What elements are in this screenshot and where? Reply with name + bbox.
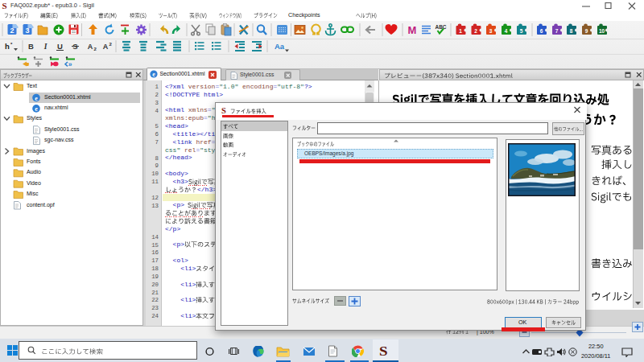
svg-text:2: 2 [109, 42, 113, 47]
svg-text:2: 2 [474, 28, 477, 34]
svg-text:4: 4 [505, 28, 508, 34]
svg-text:e: e [35, 105, 38, 113]
svg-text:B: B [28, 42, 34, 51]
svg-text:e: e [35, 95, 38, 102]
svg-text:»: » [68, 60, 72, 68]
svg-text:M: M [408, 24, 417, 36]
svg-text:h: h [5, 42, 10, 51]
svg-text:5: 5 [520, 28, 523, 34]
svg-text:A: A [103, 43, 109, 51]
svg-text:7: 7 [555, 28, 559, 34]
svg-text:9: 9 [585, 28, 588, 34]
svg-text:e: e [152, 71, 155, 78]
svg-text:2: 2 [94, 47, 97, 51]
svg-text:ABC: ABC [435, 24, 446, 30]
svg-text:6: 6 [540, 28, 543, 34]
svg-text:*: * [10, 42, 13, 47]
svg-text:10: 10 [599, 28, 605, 34]
svg-text:1: 1 [459, 28, 462, 34]
svg-text:3: 3 [25, 27, 29, 35]
svg-text:U: U [57, 42, 63, 51]
svg-text:I: I [43, 43, 47, 51]
svg-text:2: 2 [10, 27, 14, 35]
svg-text:3: 3 [489, 28, 493, 34]
svg-text:8: 8 [570, 28, 573, 34]
svg-text:A: A [88, 43, 93, 51]
svg-text:Aa: Aa [275, 42, 285, 51]
